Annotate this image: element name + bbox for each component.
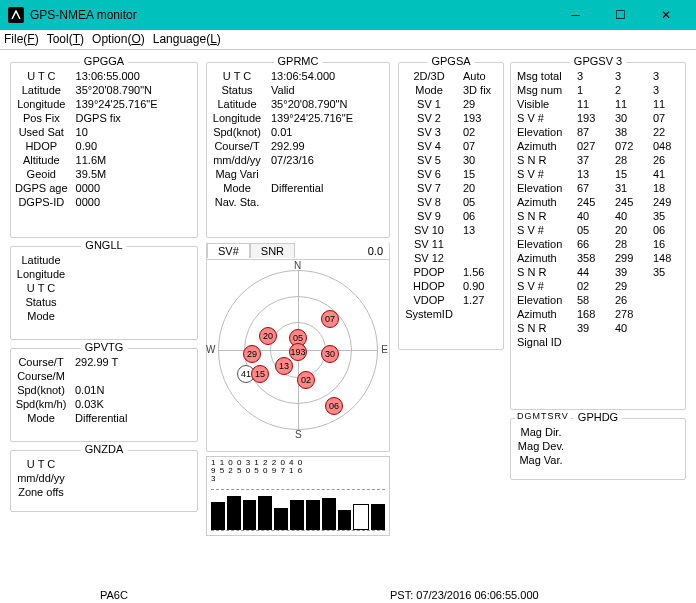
row-value: 0.01 bbox=[267, 125, 389, 139]
row-key: U T C bbox=[11, 69, 72, 83]
col-a bbox=[571, 335, 609, 349]
table-row: U T C13:06:55.000 bbox=[11, 69, 197, 83]
close-button[interactable]: ✕ bbox=[643, 0, 688, 30]
row-value: 139°24'25.716"E bbox=[267, 111, 389, 125]
row-key: Visible bbox=[511, 97, 571, 111]
col-a: 44 bbox=[571, 265, 609, 279]
row-value: 30 bbox=[459, 153, 503, 167]
table-row: Used Sat10 bbox=[11, 125, 197, 139]
row-key: Course/T bbox=[207, 139, 267, 153]
maximize-button[interactable]: ☐ bbox=[598, 0, 643, 30]
col-a: 245 bbox=[571, 195, 609, 209]
row-value: 0.03K bbox=[71, 397, 197, 411]
menu-option[interactable]: Option(O) bbox=[92, 32, 145, 47]
row-key: S V # bbox=[511, 167, 571, 181]
row-key: Course/T bbox=[11, 355, 71, 369]
row-key: VDOP bbox=[399, 293, 459, 307]
table-row: Spd(km/h)0.03K bbox=[11, 397, 197, 411]
minimize-button[interactable]: ─ bbox=[553, 0, 598, 30]
compass-w: W bbox=[206, 344, 215, 355]
panel-title: GPGGA bbox=[80, 55, 128, 67]
row-value: 139°24'25.716"E bbox=[72, 97, 197, 111]
table-row: Altitude11.6M bbox=[11, 153, 197, 167]
row-value bbox=[267, 195, 389, 209]
tab-sv[interactable]: SV# bbox=[207, 243, 250, 258]
row-key: U T C bbox=[207, 69, 267, 83]
row-value bbox=[71, 485, 197, 499]
row-key: Azimuth bbox=[511, 307, 571, 321]
col-a: 67 bbox=[571, 181, 609, 195]
table-row: SV 302 bbox=[399, 125, 503, 139]
table-row: S N R3940 bbox=[511, 321, 685, 335]
table-row: Azimuth027072048 bbox=[511, 139, 685, 153]
table-row: S N R404035 bbox=[511, 209, 685, 223]
col-a: 027 bbox=[571, 139, 609, 153]
row-value: 0.90 bbox=[459, 279, 503, 293]
row-value: Valid bbox=[267, 83, 389, 97]
row-key: S N R bbox=[511, 153, 571, 167]
col-b: 20 bbox=[609, 223, 647, 237]
row-key: Msg num bbox=[511, 83, 571, 97]
table-row: ModeDifferential bbox=[207, 181, 389, 195]
panel-title: GNZDA bbox=[81, 443, 128, 455]
table-row: Status bbox=[11, 295, 197, 309]
tab-snr[interactable]: SNR bbox=[250, 243, 295, 258]
row-value: 0.01N bbox=[71, 383, 197, 397]
table-row: SV 129 bbox=[399, 97, 503, 111]
row-key: Longitude bbox=[11, 97, 72, 111]
snr-bar bbox=[338, 510, 352, 530]
table-row: Azimuth245245249 bbox=[511, 195, 685, 209]
compass-n: N bbox=[294, 260, 301, 271]
col-c: 148 bbox=[647, 251, 685, 265]
satellite-marker: 13 bbox=[275, 357, 293, 375]
table-row: SV 11 bbox=[399, 237, 503, 251]
col-c: 22 bbox=[647, 125, 685, 139]
table-row: Longitude139°24'25.716"E bbox=[11, 97, 197, 111]
table-row: S N R443935 bbox=[511, 265, 685, 279]
col-c bbox=[647, 293, 685, 307]
row-key: HDOP bbox=[11, 139, 72, 153]
table-row: ModeDifferential bbox=[11, 411, 197, 425]
row-value: Auto bbox=[459, 69, 503, 83]
panel-title: GPHDG bbox=[574, 411, 622, 423]
panel-gngll: GNGLL LatitudeLongitudeU T CStatusMode bbox=[10, 246, 198, 340]
row-value: 13 bbox=[459, 223, 503, 237]
col-b: 39 bbox=[609, 265, 647, 279]
row-key: S N R bbox=[511, 321, 571, 335]
compass-s: S bbox=[295, 429, 302, 440]
row-value bbox=[459, 307, 503, 321]
row-key: SV 4 bbox=[399, 139, 459, 153]
compass-e: E bbox=[381, 344, 388, 355]
table-row: SV 615 bbox=[399, 167, 503, 181]
row-value: 11.6M bbox=[72, 153, 197, 167]
menu-file[interactable]: File(F) bbox=[4, 32, 39, 47]
row-value: 02 bbox=[459, 125, 503, 139]
row-key: SystemID bbox=[399, 307, 459, 321]
row-key: SV 10 bbox=[399, 223, 459, 237]
snr-bar bbox=[274, 508, 288, 530]
row-key: Spd(knot) bbox=[207, 125, 267, 139]
menu-tool[interactable]: Tool(T) bbox=[47, 32, 84, 47]
row-value bbox=[459, 251, 503, 265]
col-a: 58 bbox=[571, 293, 609, 307]
table-row: SV 530 bbox=[399, 153, 503, 167]
row-key: Signal ID bbox=[511, 335, 571, 349]
table-row: Latitude bbox=[11, 253, 197, 267]
row-value bbox=[71, 295, 197, 309]
row-key: Pos Fix bbox=[11, 111, 72, 125]
row-key: SV 1 bbox=[399, 97, 459, 111]
row-value bbox=[267, 167, 389, 181]
panel-gpgga: GPGGA U T C13:06:55.000Latitude35°20'08.… bbox=[10, 62, 198, 238]
row-key: S N R bbox=[511, 209, 571, 223]
table-row: Spd(knot)0.01 bbox=[207, 125, 389, 139]
table-row: Latitude35°20'08.790"N bbox=[11, 83, 197, 97]
menu-language[interactable]: Language(L) bbox=[153, 32, 221, 47]
col-b: 28 bbox=[609, 153, 647, 167]
satellite-marker: 29 bbox=[243, 345, 261, 363]
col-b: 245 bbox=[609, 195, 647, 209]
row-value: 39.5M bbox=[72, 167, 197, 181]
row-value: 15 bbox=[459, 167, 503, 181]
row-value: 13:06:54.000 bbox=[267, 69, 389, 83]
row-key: Azimuth bbox=[511, 195, 571, 209]
row-key: SV 11 bbox=[399, 237, 459, 251]
